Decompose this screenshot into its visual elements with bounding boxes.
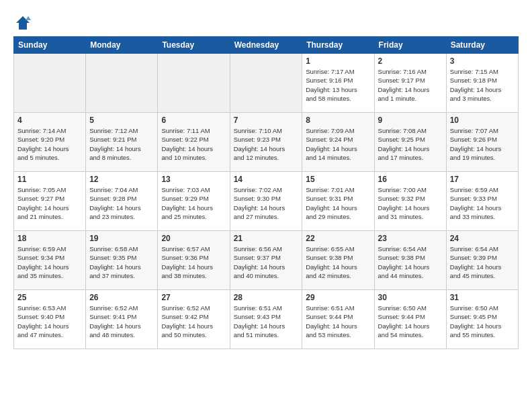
day-number: 13 <box>161 175 226 184</box>
day-info: Sunrise: 7:14 AMSunset: 9:20 PMDaylight:… <box>17 126 82 162</box>
col-header-monday: Monday <box>86 37 158 54</box>
day-info: Sunrise: 6:50 AMSunset: 9:45 PMDaylight:… <box>450 304 515 339</box>
day-info: Sunrise: 6:58 AMSunset: 9:35 PMDaylight:… <box>89 244 154 280</box>
header <box>13 13 519 32</box>
day-info: Sunrise: 6:55 AMSunset: 9:38 PMDaylight:… <box>306 244 370 280</box>
col-header-tuesday: Tuesday <box>158 37 230 54</box>
day-number: 5 <box>89 116 154 125</box>
day-info: Sunrise: 6:59 AMSunset: 9:33 PMDaylight:… <box>450 185 515 221</box>
day-info: Sunrise: 7:03 AMSunset: 9:29 PMDaylight:… <box>161 185 226 221</box>
day-info: Sunrise: 6:53 AMSunset: 9:40 PMDaylight:… <box>17 304 82 339</box>
calendar-cell: 28Sunrise: 6:51 AMSunset: 9:43 PMDayligh… <box>230 290 302 349</box>
day-number: 2 <box>378 56 443 66</box>
day-info: Sunrise: 7:01 AMSunset: 9:31 PMDaylight:… <box>306 185 370 221</box>
day-info: Sunrise: 6:59 AMSunset: 9:34 PMDaylight:… <box>17 244 82 280</box>
calendar-cell: 20Sunrise: 6:57 AMSunset: 9:36 PMDayligh… <box>158 231 230 290</box>
calendar-cell: 26Sunrise: 6:52 AMSunset: 9:41 PMDayligh… <box>86 290 158 349</box>
calendar-cell: 17Sunrise: 6:59 AMSunset: 9:33 PMDayligh… <box>446 172 518 231</box>
calendar-cell: 8Sunrise: 7:09 AMSunset: 9:24 PMDaylight… <box>302 113 374 172</box>
logo <box>13 13 35 32</box>
day-number: 1 <box>306 56 370 66</box>
day-info: Sunrise: 7:11 AMSunset: 9:22 PMDaylight:… <box>161 126 226 162</box>
calendar-cell: 2Sunrise: 7:16 AMSunset: 9:17 PMDaylight… <box>374 54 446 113</box>
day-number: 7 <box>234 116 299 125</box>
calendar-cell <box>230 54 302 113</box>
calendar-cell <box>86 54 158 113</box>
day-number: 20 <box>161 234 226 243</box>
calendar-cell: 29Sunrise: 6:51 AMSunset: 9:44 PMDayligh… <box>302 290 374 349</box>
day-info: Sunrise: 7:17 AMSunset: 9:16 PMDaylight:… <box>306 67 370 103</box>
day-number: 17 <box>450 175 515 184</box>
col-header-friday: Friday <box>374 37 446 54</box>
page: SundayMondayTuesdayWednesdayThursdayFrid… <box>0 0 532 356</box>
day-number: 18 <box>17 234 82 243</box>
calendar-cell: 11Sunrise: 7:05 AMSunset: 9:27 PMDayligh… <box>14 172 86 231</box>
day-number: 25 <box>17 293 82 302</box>
col-header-thursday: Thursday <box>302 37 374 54</box>
day-number: 21 <box>234 234 299 243</box>
day-info: Sunrise: 7:08 AMSunset: 9:25 PMDaylight:… <box>378 126 443 162</box>
calendar-cell: 1Sunrise: 7:17 AMSunset: 9:16 PMDaylight… <box>302 54 374 113</box>
col-header-wednesday: Wednesday <box>230 37 302 54</box>
calendar-cell <box>14 54 86 113</box>
day-info: Sunrise: 6:57 AMSunset: 9:36 PMDaylight:… <box>161 244 226 280</box>
calendar-cell: 12Sunrise: 7:04 AMSunset: 9:28 PMDayligh… <box>86 172 158 231</box>
day-info: Sunrise: 6:56 AMSunset: 9:37 PMDaylight:… <box>234 244 299 280</box>
day-number: 15 <box>306 175 370 184</box>
calendar-cell: 13Sunrise: 7:03 AMSunset: 9:29 PMDayligh… <box>158 172 230 231</box>
calendar-cell: 10Sunrise: 7:07 AMSunset: 9:26 PMDayligh… <box>446 113 518 172</box>
day-info: Sunrise: 7:07 AMSunset: 9:26 PMDaylight:… <box>450 126 515 162</box>
calendar-cell: 24Sunrise: 6:54 AMSunset: 9:39 PMDayligh… <box>446 231 518 290</box>
day-number: 26 <box>89 293 154 302</box>
day-info: Sunrise: 7:12 AMSunset: 9:21 PMDaylight:… <box>89 126 154 162</box>
calendar-cell: 15Sunrise: 7:01 AMSunset: 9:31 PMDayligh… <box>302 172 374 231</box>
day-number: 27 <box>161 293 226 302</box>
calendar-cell: 23Sunrise: 6:54 AMSunset: 9:38 PMDayligh… <box>374 231 446 290</box>
day-number: 16 <box>378 175 443 184</box>
day-info: Sunrise: 7:15 AMSunset: 9:18 PMDaylight:… <box>450 67 515 103</box>
day-number: 14 <box>234 175 299 184</box>
day-number: 9 <box>378 116 443 125</box>
day-number: 29 <box>306 293 370 302</box>
day-info: Sunrise: 7:02 AMSunset: 9:30 PMDaylight:… <box>234 185 299 221</box>
day-number: 28 <box>234 293 299 302</box>
calendar-cell: 14Sunrise: 7:02 AMSunset: 9:30 PMDayligh… <box>230 172 302 231</box>
day-number: 31 <box>450 293 515 302</box>
day-info: Sunrise: 7:10 AMSunset: 9:23 PMDaylight:… <box>234 126 299 162</box>
calendar-cell: 21Sunrise: 6:56 AMSunset: 9:37 PMDayligh… <box>230 231 302 290</box>
day-info: Sunrise: 7:04 AMSunset: 9:28 PMDaylight:… <box>89 185 154 221</box>
day-info: Sunrise: 6:51 AMSunset: 9:43 PMDaylight:… <box>234 304 299 339</box>
day-number: 22 <box>306 234 370 243</box>
day-info: Sunrise: 7:05 AMSunset: 9:27 PMDaylight:… <box>17 185 82 221</box>
calendar-cell: 16Sunrise: 7:00 AMSunset: 9:32 PMDayligh… <box>374 172 446 231</box>
col-header-sunday: Sunday <box>14 37 86 54</box>
day-info: Sunrise: 6:50 AMSunset: 9:44 PMDaylight:… <box>378 304 443 339</box>
calendar-cell: 22Sunrise: 6:55 AMSunset: 9:38 PMDayligh… <box>302 231 374 290</box>
calendar-cell: 9Sunrise: 7:08 AMSunset: 9:25 PMDaylight… <box>374 113 446 172</box>
day-info: Sunrise: 7:09 AMSunset: 9:24 PMDaylight:… <box>306 126 370 162</box>
day-info: Sunrise: 6:54 AMSunset: 9:38 PMDaylight:… <box>378 244 443 280</box>
day-number: 19 <box>89 234 154 243</box>
logo-icon <box>13 13 32 32</box>
calendar-cell: 19Sunrise: 6:58 AMSunset: 9:35 PMDayligh… <box>86 231 158 290</box>
day-info: Sunrise: 7:16 AMSunset: 9:17 PMDaylight:… <box>378 67 443 103</box>
day-number: 24 <box>450 234 515 243</box>
calendar-cell: 30Sunrise: 6:50 AMSunset: 9:44 PMDayligh… <box>374 290 446 349</box>
calendar-cell: 31Sunrise: 6:50 AMSunset: 9:45 PMDayligh… <box>446 290 518 349</box>
col-header-saturday: Saturday <box>446 37 518 54</box>
calendar-cell: 5Sunrise: 7:12 AMSunset: 9:21 PMDaylight… <box>86 113 158 172</box>
calendar-cell: 7Sunrise: 7:10 AMSunset: 9:23 PMDaylight… <box>230 113 302 172</box>
day-number: 30 <box>378 293 443 302</box>
day-number: 23 <box>378 234 443 243</box>
day-info: Sunrise: 6:52 AMSunset: 9:41 PMDaylight:… <box>89 304 154 339</box>
calendar-cell: 27Sunrise: 6:52 AMSunset: 9:42 PMDayligh… <box>158 290 230 349</box>
day-number: 10 <box>450 116 515 125</box>
calendar-cell <box>158 54 230 113</box>
day-info: Sunrise: 7:00 AMSunset: 9:32 PMDaylight:… <box>378 185 443 221</box>
day-info: Sunrise: 6:51 AMSunset: 9:44 PMDaylight:… <box>306 304 370 339</box>
day-number: 3 <box>450 56 515 66</box>
calendar: SundayMondayTuesdayWednesdayThursdayFrid… <box>13 36 519 349</box>
day-info: Sunrise: 6:52 AMSunset: 9:42 PMDaylight:… <box>161 304 226 339</box>
calendar-cell: 3Sunrise: 7:15 AMSunset: 9:18 PMDaylight… <box>446 54 518 113</box>
calendar-cell: 18Sunrise: 6:59 AMSunset: 9:34 PMDayligh… <box>14 231 86 290</box>
